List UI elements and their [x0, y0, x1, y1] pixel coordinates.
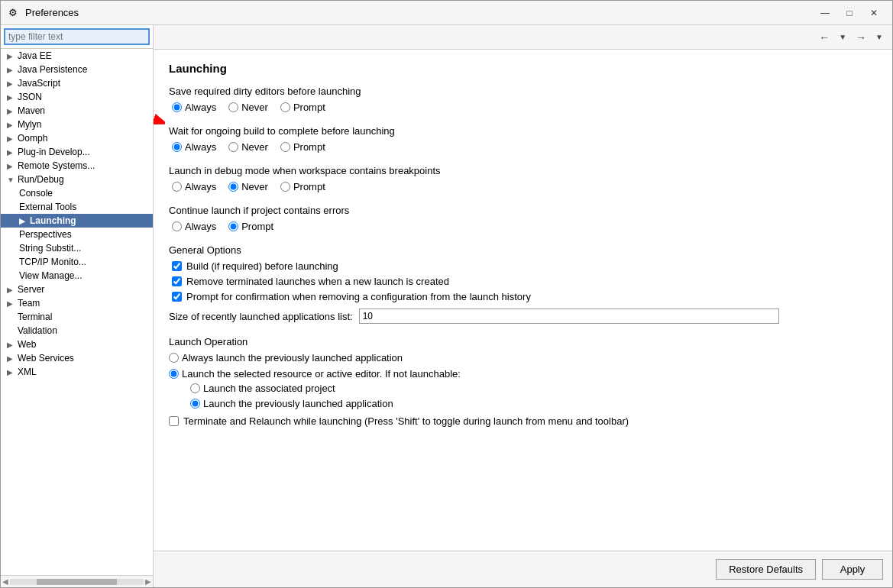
sidebar-subitem-launching[interactable]: ▶ Launching	[1, 214, 153, 228]
scroll-right-button[interactable]: ▶	[145, 577, 151, 586]
build-required-option[interactable]: Build (if required) before launching	[172, 260, 877, 272]
wait-never-radio[interactable]	[228, 142, 238, 152]
radio-label: Always	[185, 221, 216, 232]
save-editors-label: Save required dirty editors before launc…	[169, 86, 877, 97]
launch-selected-resource-option[interactable]: Launch the selected resource or active e…	[169, 368, 877, 380]
sidebar-item-javascript[interactable]: ▶ JavaScript	[1, 76, 153, 90]
sidebar-subitem-perspectives[interactable]: Perspectives	[1, 228, 153, 241]
sidebar-item-web[interactable]: ▶ Web	[1, 338, 153, 351]
general-checkboxes: Build (if required) before launching Rem…	[169, 260, 877, 302]
minimize-button[interactable]: —	[814, 5, 836, 21]
back-dropdown-button[interactable]: ▼	[836, 31, 849, 43]
wait-prompt-radio[interactable]	[280, 142, 290, 152]
continue-prompt-radio[interactable]	[228, 221, 238, 231]
build-required-checkbox[interactable]	[172, 261, 182, 271]
sidebar-item-plugin-dev[interactable]: ▶ Plug-in Develop...	[1, 145, 153, 159]
remove-terminated-option[interactable]: Remove terminated launches when a new la…	[172, 276, 877, 287]
sidebar-item-remote-systems[interactable]: ▶ Remote Systems...	[1, 159, 153, 173]
debug-never-option[interactable]: Never	[228, 181, 268, 192]
save-never-radio[interactable]	[228, 102, 238, 112]
save-always-option[interactable]: Always	[172, 102, 216, 113]
save-always-radio[interactable]	[172, 102, 182, 112]
sidebar-item-web-services[interactable]: ▶ Web Services	[1, 351, 153, 365]
prompt-confirmation-option[interactable]: Prompt for confirmation when removing a …	[172, 291, 877, 302]
forward-dropdown-button[interactable]: ▼	[872, 31, 886, 43]
debug-always-option[interactable]: Always	[172, 181, 216, 192]
launch-prev-app-sub-radio[interactable]	[190, 399, 200, 409]
forward-button[interactable]: →	[853, 30, 869, 45]
sidebar-item-label: Plug-in Develop...	[18, 147, 90, 157]
wait-always-option[interactable]: Always	[172, 141, 216, 153]
sidebar-item-validation[interactable]: ▶ Validation	[1, 324, 153, 338]
terminate-relaunch-checkbox[interactable]	[169, 416, 179, 426]
expand-arrow-icon: ▶	[7, 162, 15, 170]
red-arrow-annotation	[154, 98, 165, 128]
radio-label: Always	[185, 181, 216, 192]
debug-always-radio[interactable]	[172, 182, 182, 192]
sidebar-item-server[interactable]: ▶ Server	[1, 283, 153, 296]
sidebar-item-team[interactable]: ▶ Team	[1, 296, 153, 310]
sidebar-item-java-persistence[interactable]: ▶ Java Persistence	[1, 63, 153, 76]
save-never-option[interactable]: Never	[228, 102, 268, 113]
save-prompt-option[interactable]: Prompt	[280, 102, 325, 113]
search-input[interactable]	[4, 28, 150, 45]
terminate-relaunch-option[interactable]: Terminate and Relaunch while launching (…	[169, 415, 877, 427]
wait-prompt-option[interactable]: Prompt	[280, 141, 325, 153]
debug-prompt-option[interactable]: Prompt	[280, 181, 325, 192]
save-prompt-radio[interactable]	[280, 102, 290, 112]
launch-assoc-project-option[interactable]: Launch the associated project	[190, 383, 877, 394]
content-area: ▶ Java EE ▶ Java Persistence ▶ JavaScrip…	[1, 25, 892, 587]
expand-arrow-icon: ▼	[7, 176, 15, 184]
continue-errors-group: Continue launch if project contains erro…	[169, 205, 877, 232]
debug-never-radio[interactable]	[228, 182, 238, 192]
sidebar-item-run-debug[interactable]: ▼ Run/Debug	[1, 173, 153, 186]
back-button[interactable]: ←	[816, 30, 833, 45]
launch-assoc-project-radio[interactable]	[190, 383, 200, 393]
app-icon: ⚙	[8, 7, 21, 19]
continue-prompt-option[interactable]: Prompt	[228, 221, 273, 232]
prompt-confirmation-checkbox[interactable]	[172, 292, 182, 302]
size-input[interactable]	[359, 309, 779, 324]
radio-label: Launch the associated project	[203, 383, 335, 394]
preferences-window: ⚙ Preferences — □ ✕ ▶ Java EE ▶	[0, 0, 893, 588]
sidebar-subitem-tcpip[interactable]: TCP/IP Monito...	[1, 255, 153, 269]
continue-always-radio[interactable]	[172, 221, 182, 231]
sidebar-item-maven[interactable]: ▶ Maven	[1, 104, 153, 118]
sidebar-item-json[interactable]: ▶ JSON	[1, 90, 153, 104]
expand-arrow-icon: ▶	[19, 217, 27, 225]
apply-button[interactable]: Apply	[822, 559, 883, 580]
wait-build-label: Wait for ongoing build to complete befor…	[169, 125, 877, 137]
sidebar-item-java-ee[interactable]: ▶ Java EE	[1, 49, 153, 63]
launch-prev-app-sub-option[interactable]: Launch the previously launched applicati…	[190, 398, 877, 409]
title-bar: ⚙ Preferences — □ ✕	[1, 1, 892, 25]
wait-always-radio[interactable]	[172, 142, 182, 152]
launch-always-prev-option[interactable]: Always launch the previously launched ap…	[169, 352, 877, 363]
launch-always-prev-radio[interactable]	[169, 353, 179, 363]
sidebar-item-terminal[interactable]: ▶ Terminal	[1, 310, 153, 324]
sidebar-item-oomph[interactable]: ▶ Oomph	[1, 131, 153, 145]
checkbox-label: Prompt for confirmation when removing a …	[186, 291, 531, 302]
debug-prompt-radio[interactable]	[280, 182, 290, 192]
sidebar-item-label: XML	[18, 367, 37, 377]
title-bar-left: ⚙ Preferences	[8, 7, 79, 19]
sidebar-item-label: Run/Debug	[18, 174, 64, 185]
maximize-button[interactable]: □	[839, 5, 860, 21]
scroll-left-button[interactable]: ◀	[2, 577, 8, 586]
sidebar-item-label: Team	[18, 298, 40, 309]
continue-always-option[interactable]: Always	[172, 221, 216, 232]
sidebar-item-mylyn[interactable]: ▶ Mylyn	[1, 118, 153, 131]
close-button[interactable]: ✕	[863, 5, 885, 21]
restore-defaults-button[interactable]: Restore Defaults	[716, 559, 816, 580]
sidebar-subitem-string-subst[interactable]: String Substit...	[1, 241, 153, 255]
sidebar-subitem-external-tools[interactable]: External Tools	[1, 200, 153, 214]
radio-label: Never	[241, 141, 268, 153]
launch-selected-radio[interactable]	[169, 369, 179, 379]
sidebar-subitem-console[interactable]: Console	[1, 186, 153, 200]
expand-arrow-icon: ▶	[7, 66, 15, 74]
sidebar-item-xml[interactable]: ▶ XML	[1, 365, 153, 379]
wait-never-option[interactable]: Never	[228, 141, 268, 153]
expand-arrow-icon: ▶	[7, 107, 15, 115]
expand-arrow-icon: ▶	[7, 299, 15, 308]
remove-terminated-checkbox[interactable]	[172, 276, 182, 286]
sidebar-subitem-view-manager[interactable]: View Manage...	[1, 269, 153, 283]
